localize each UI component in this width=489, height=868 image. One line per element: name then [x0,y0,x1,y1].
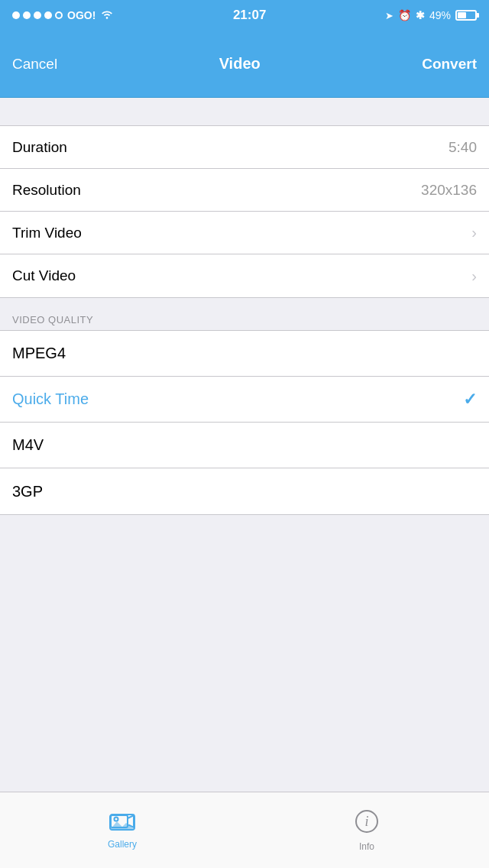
quality-header-spacer: VIDEO QUALITY [0,298,489,330]
resolution-value: 320x136 [421,182,477,199]
battery-fill [458,12,466,18]
cut-video-row[interactable]: Cut Video › [0,254,489,297]
duration-value: 5:40 [449,139,477,156]
3gp-label: 3GP [12,483,43,500]
cut-video-label: Cut Video [12,267,76,284]
quicktime-row[interactable]: Quick Time ✓ [0,377,489,423]
trim-chevron-icon: › [471,224,477,241]
dot4 [44,11,52,19]
wifi-icon [100,8,114,22]
dot2 [23,11,31,19]
m4v-row[interactable]: M4V [0,423,489,468]
clock-icon: ⏰ [398,9,411,21]
nav-bar: Cancel Video Convert [0,31,489,98]
mpeg4-row[interactable]: MPEG4 [0,331,489,377]
info-tab[interactable]: i Info [244,809,489,852]
svg-marker-4 [128,815,134,828]
trim-video-row[interactable]: Trim Video › [0,212,489,254]
status-bar: OGO! 21:07 ➤ ⏰ ✱ 49% [0,0,489,31]
quicktime-label: Quick Time [12,390,89,408]
resolution-row: Resolution 320x136 [0,169,489,212]
cut-chevron-icon: › [471,267,477,285]
3gp-row[interactable]: 3GP [0,468,489,514]
battery-percent: 49% [429,9,451,21]
gallery-icon [109,811,135,834]
cancel-button[interactable]: Cancel [12,56,57,73]
video-info-section: Duration 5:40 Resolution 320x136 Trim Vi… [0,125,489,298]
tab-bar: Gallery i Info [0,792,489,868]
location-icon: ➤ [385,10,393,21]
info-tab-label: Info [359,841,374,852]
dot1 [12,11,20,19]
nav-title: Video [219,55,261,73]
mpeg4-label: MPEG4 [12,345,66,362]
resolution-label: Resolution [12,182,81,199]
status-time: 21:07 [233,8,266,23]
svg-text:i: i [364,814,368,829]
m4v-label: M4V [12,436,44,454]
bluetooth-icon: ✱ [416,9,425,21]
top-spacer [0,98,489,125]
signal-dots [12,11,63,19]
gallery-tab[interactable]: Gallery [0,811,244,850]
trim-video-label: Trim Video [12,225,82,241]
gallery-tab-label: Gallery [108,839,137,850]
status-right: ➤ ⏰ ✱ 49% [385,9,477,21]
status-left: OGO! [12,8,114,22]
quality-section-header: VIDEO QUALITY [12,314,93,326]
battery-icon [455,10,477,21]
dot5 [55,11,63,19]
checkmark-icon: ✓ [463,390,477,410]
info-icon: i [355,809,379,837]
carrier-text: OGO! [67,9,96,21]
quality-section: MPEG4 Quick Time ✓ M4V 3GP [0,330,489,515]
duration-row: Duration 5:40 [0,126,489,169]
dot3 [34,11,41,19]
convert-button[interactable]: Convert [422,56,477,73]
svg-point-1 [115,817,118,821]
duration-label: Duration [12,139,67,156]
